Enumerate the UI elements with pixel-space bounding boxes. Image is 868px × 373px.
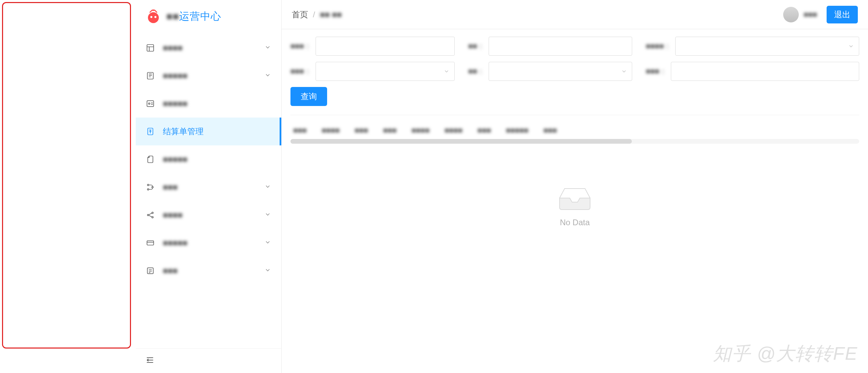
sidebar-item-7[interactable]: ■■■■■ — [136, 229, 281, 257]
sidebar-item-1[interactable]: ■■■■■ — [136, 62, 281, 90]
card-icon — [145, 238, 155, 248]
filter-select-4[interactable] — [489, 62, 632, 81]
sidebar: ■■运营中心 ■■■■ ■■■■■ ■■■■■ 结算单管理 ■■■■■ ■■■ — [136, 0, 282, 373]
share-icon — [145, 210, 155, 220]
filter-select-3[interactable] — [316, 62, 455, 81]
annotation-outline-box — [2, 2, 131, 349]
svg-rect-6 — [147, 101, 154, 106]
sidebar-item-8[interactable]: ■■■ — [136, 257, 281, 285]
empty-text: No Data — [290, 218, 859, 227]
breadcrumb-home[interactable]: 首页 — [292, 9, 308, 20]
empty-state: No Data — [290, 144, 859, 227]
filter-select-2[interactable] — [675, 37, 859, 56]
search-button[interactable]: 查询 — [290, 87, 327, 106]
filter-field-4: ■■： — [468, 62, 633, 81]
sidebar-header: ■■运营中心 — [136, 0, 281, 34]
app-title: ■■运营中心 — [166, 10, 221, 23]
breadcrumb: 首页 / ■■ ■■ — [292, 9, 342, 20]
table-header-cell: ■■■ — [293, 126, 307, 135]
horizontal-scrollbar[interactable] — [290, 139, 859, 144]
chevron-down-icon — [264, 43, 271, 53]
chevron-down-icon — [264, 210, 271, 220]
svg-point-12 — [147, 214, 149, 216]
filter-field-3: ■■■： — [290, 62, 455, 81]
sidebar-item-label: ■■■■ — [163, 43, 264, 53]
menu-icon — [145, 43, 155, 53]
table-header-cell: ■■■■ — [412, 126, 430, 135]
filter-input-1[interactable] — [489, 37, 632, 56]
breadcrumb-current: ■■ ■■ — [320, 10, 342, 19]
collapse-sidebar-icon[interactable] — [145, 360, 155, 366]
filter-input-0[interactable] — [316, 37, 455, 56]
sidebar-item-label: ■■■■■ — [163, 99, 271, 108]
table-header-row: ■■■ ■■■■ ■■■ ■■■ ■■■■ ■■■■ ■■■ ■■■■■ ■■■ — [290, 121, 859, 138]
app-logo-icon — [145, 8, 162, 24]
svg-rect-15 — [147, 241, 154, 245]
sidebar-item-label: ■■■■■ — [163, 71, 264, 81]
logout-button[interactable]: 退出 — [827, 6, 858, 23]
sidebar-item-6[interactable]: ■■■■ — [136, 201, 281, 229]
sidebar-item-0[interactable]: ■■■■ — [136, 34, 281, 62]
svg-point-13 — [152, 212, 153, 213]
svg-rect-5 — [147, 72, 153, 79]
avatar — [783, 7, 799, 22]
main-area: 首页 / ■■ ■■ ■■■ 退出 ■■■： ■■： ■■■■： — [282, 0, 868, 373]
filter-field-1: ■■： — [468, 37, 633, 56]
table-header-cell: ■■■■ — [445, 126, 463, 135]
svg-point-10 — [147, 189, 149, 190]
filter-label: ■■： — [468, 41, 485, 51]
topbar: 首页 / ■■ ■■ ■■■ 退出 — [282, 0, 868, 29]
sidebar-menu: ■■■■ ■■■■■ ■■■■■ 结算单管理 ■■■■■ ■■■ ■■■■ — [136, 34, 281, 348]
table-header-cell: ■■■ — [355, 126, 368, 135]
table-header-cell: ■■■ — [543, 126, 557, 135]
menu-icon — [145, 266, 155, 276]
filter-label: ■■： — [468, 66, 485, 76]
sidebar-item-4[interactable]: ■■■■■ — [136, 145, 281, 173]
chevron-down-icon — [264, 238, 271, 248]
filter-field-2: ■■■■： — [646, 37, 859, 56]
filter-field-0: ■■■： — [290, 37, 455, 56]
table-header-cell: ■■■■ — [322, 126, 340, 135]
inbox-icon — [554, 181, 595, 212]
sidebar-item-label: 结算单管理 — [163, 126, 271, 137]
sidebar-item-2[interactable]: ■■■■■ — [136, 90, 281, 118]
filter-field-5: ■■■： — [646, 62, 859, 81]
filter-label: ■■■： — [290, 41, 312, 51]
sidebar-footer — [136, 348, 281, 373]
svg-rect-4 — [147, 45, 154, 51]
sidebar-item-label: ■■■■■ — [163, 155, 271, 164]
menu-icon — [145, 154, 155, 164]
svg-point-7 — [149, 103, 150, 104]
svg-point-14 — [152, 216, 153, 218]
svg-point-9 — [147, 184, 149, 185]
username: ■■■ — [804, 10, 817, 19]
filter-label: ■■■： — [646, 66, 667, 76]
menu-icon — [145, 182, 155, 192]
table-area: ■■■ ■■■■ ■■■ ■■■ ■■■■ ■■■■ ■■■ ■■■■■ ■■■… — [290, 121, 859, 227]
sidebar-item-settlement[interactable]: 结算单管理 — [136, 118, 281, 145]
content: ■■■： ■■： ■■■■： ■■■： ■■： — [282, 29, 868, 373]
svg-rect-3 — [152, 10, 155, 11]
svg-point-2 — [154, 16, 156, 18]
filter-form: ■■■： ■■： ■■■■： ■■■： ■■： — [290, 37, 859, 115]
sidebar-item-5[interactable]: ■■■ — [136, 173, 281, 201]
filter-label: ■■■： — [290, 66, 312, 76]
svg-point-0 — [148, 12, 159, 23]
menu-icon — [145, 71, 155, 81]
chevron-down-icon — [264, 182, 271, 192]
chevron-down-icon — [264, 266, 271, 276]
sidebar-item-label: ■■■ — [163, 266, 264, 276]
filter-label: ■■■■： — [646, 41, 671, 51]
settlement-icon — [145, 126, 155, 137]
svg-point-11 — [152, 186, 153, 188]
sidebar-item-label: ■■■■ — [163, 210, 264, 220]
sidebar-item-label: ■■■■■ — [163, 238, 264, 248]
svg-point-1 — [150, 16, 152, 18]
chevron-down-icon — [264, 71, 271, 81]
table-header-cell: ■■■ — [383, 126, 397, 135]
menu-icon — [145, 99, 155, 109]
sidebar-item-label: ■■■ — [163, 182, 264, 192]
filter-input-5[interactable] — [671, 62, 859, 81]
table-header-cell: ■■■ — [477, 126, 491, 135]
user-block[interactable]: ■■■ — [783, 7, 817, 22]
